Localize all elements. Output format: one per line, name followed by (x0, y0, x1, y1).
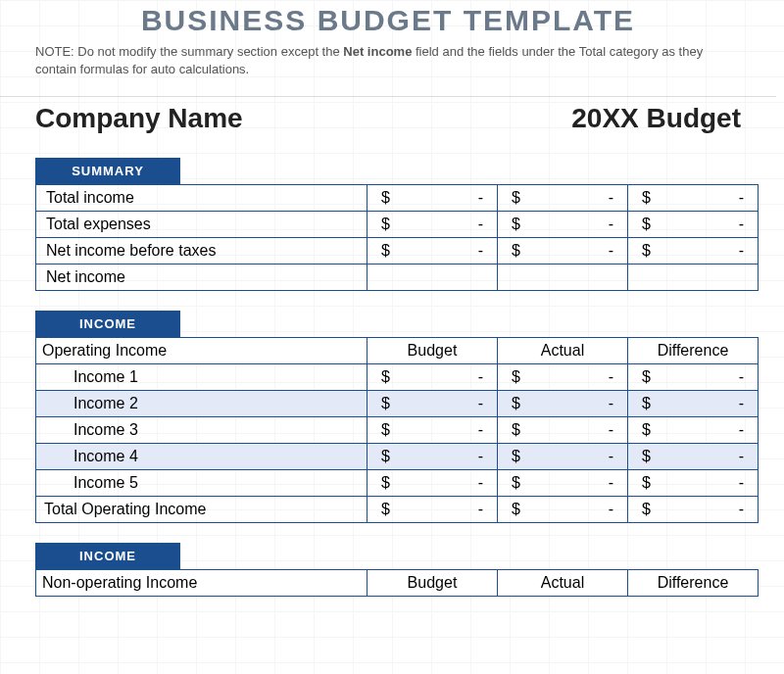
table-header-row: Non-operating Income Budget Actual Diffe… (36, 570, 759, 597)
summary-label: Net income before taxes (36, 238, 368, 265)
cell-value: - (609, 421, 613, 439)
currency-symbol: $ (512, 216, 520, 233)
cell-value: - (478, 395, 483, 412)
summary-diff-cell[interactable] (627, 265, 758, 291)
summary-actual-cell[interactable]: $- (497, 212, 627, 238)
income-row-label[interactable]: Income 4 (36, 444, 368, 470)
income-budget-cell[interactable]: $- (367, 417, 497, 444)
summary-actual-cell[interactable] (497, 265, 627, 291)
total-operating-label: Total Operating Income (36, 497, 368, 523)
cell-value: - (609, 216, 613, 233)
cell-value: - (609, 242, 613, 260)
income-tab: INCOME (35, 311, 180, 337)
currency-symbol: $ (381, 395, 390, 412)
cell-value: - (739, 474, 744, 492)
total-budget-cell[interactable]: $- (367, 497, 497, 523)
income-actual-cell[interactable]: $- (497, 391, 627, 417)
income-row-label[interactable]: Income 1 (36, 364, 368, 391)
income-diff-cell[interactable]: $- (627, 444, 758, 470)
currency-symbol: $ (512, 189, 520, 207)
header-row: Company Name 20XX Budget (0, 96, 776, 152)
income-budget-cell[interactable]: $- (367, 444, 497, 470)
income-actual-cell[interactable]: $- (497, 364, 627, 391)
cell-value: - (478, 368, 483, 386)
income-row-label[interactable]: Income 5 (36, 470, 368, 497)
col-actual: Actual (497, 570, 627, 597)
summary-diff-cell[interactable]: $- (627, 238, 758, 265)
income-budget-cell[interactable]: $- (367, 364, 497, 391)
currency-symbol: $ (512, 448, 520, 465)
income-tab-2: INCOME (35, 543, 180, 569)
income-budget-cell[interactable]: $- (367, 470, 497, 497)
income-actual-cell[interactable]: $- (497, 417, 627, 444)
page-title: BUSINESS BUDGET TEMPLATE (0, 0, 776, 39)
currency-symbol: $ (512, 368, 520, 386)
col-budget: Budget (367, 570, 497, 597)
summary-budget-cell[interactable]: $- (367, 238, 497, 265)
currency-symbol: $ (381, 448, 390, 465)
income-diff-cell[interactable]: $- (627, 391, 758, 417)
cell-value: - (478, 242, 483, 260)
nonoperating-income-table: Non-operating Income Budget Actual Diffe… (35, 569, 759, 597)
currency-symbol: $ (512, 474, 520, 492)
summary-diff-cell[interactable]: $- (627, 212, 758, 238)
summary-label: Total income (36, 185, 368, 212)
total-diff-cell[interactable]: $- (627, 497, 758, 523)
note-bold: Net income (343, 44, 412, 59)
income-diff-cell[interactable]: $- (627, 417, 758, 444)
nonoperating-income-heading: Non-operating Income (36, 570, 368, 597)
operating-income-heading: Operating Income (36, 338, 368, 364)
cell-value: - (739, 501, 744, 518)
cell-value: - (609, 474, 613, 492)
currency-symbol: $ (381, 216, 390, 233)
table-row: Income 4 $- $- $- (36, 444, 759, 470)
income-diff-cell[interactable]: $- (627, 364, 758, 391)
table-row: Income 5 $- $- $- (36, 470, 759, 497)
table-row: Income 1 $- $- $- (36, 364, 759, 391)
summary-actual-cell[interactable]: $- (497, 238, 627, 265)
currency-symbol: $ (381, 474, 390, 492)
income-row-label[interactable]: Income 3 (36, 417, 368, 444)
income-diff-cell[interactable]: $- (627, 470, 758, 497)
summary-budget-cell[interactable] (367, 265, 497, 291)
currency-symbol: $ (642, 448, 651, 465)
summary-diff-cell[interactable]: $- (627, 185, 758, 212)
table-row: Income 3 $- $- $- (36, 417, 759, 444)
cell-value: - (739, 448, 744, 465)
summary-table: Total income $- $- $- Total expenses $- … (35, 184, 759, 291)
cell-value: - (609, 189, 613, 207)
cell-value: - (739, 421, 744, 439)
income-actual-cell[interactable]: $- (497, 470, 627, 497)
currency-symbol: $ (381, 368, 390, 386)
cell-value: - (609, 368, 613, 386)
note-text: NOTE: Do not modify the summary section … (0, 39, 776, 96)
currency-symbol: $ (512, 395, 520, 412)
table-row: Income 2 $- $- $- (36, 391, 759, 417)
summary-actual-cell[interactable]: $- (497, 185, 627, 212)
budget-year[interactable]: 20XX Budget (571, 103, 741, 134)
summary-budget-cell[interactable]: $- (367, 185, 497, 212)
currency-symbol: $ (512, 242, 520, 260)
note-prefix: NOTE: Do not modify the summary section … (35, 44, 343, 59)
income-row-label[interactable]: Income 2 (36, 391, 368, 417)
currency-symbol: $ (642, 501, 651, 518)
income-actual-cell[interactable]: $- (497, 444, 627, 470)
operating-income-table: Operating Income Budget Actual Differenc… (35, 337, 759, 523)
col-diff: Difference (627, 338, 758, 364)
currency-symbol: $ (642, 242, 651, 260)
currency-symbol: $ (642, 474, 651, 492)
summary-budget-cell[interactable]: $- (367, 212, 497, 238)
cell-value: - (609, 448, 613, 465)
total-actual-cell[interactable]: $- (497, 497, 627, 523)
currency-symbol: $ (642, 216, 651, 233)
cell-value: - (609, 501, 613, 518)
table-row: Net income before taxes $- $- $- (36, 238, 759, 265)
company-name[interactable]: Company Name (35, 103, 243, 134)
income-budget-cell[interactable]: $- (367, 391, 497, 417)
cell-value: - (739, 216, 744, 233)
currency-symbol: $ (642, 368, 651, 386)
table-row: Net income (36, 265, 759, 291)
cell-value: - (478, 421, 483, 439)
summary-tab: SUMMARY (35, 158, 180, 184)
table-total-row: Total Operating Income $- $- $- (36, 497, 759, 523)
